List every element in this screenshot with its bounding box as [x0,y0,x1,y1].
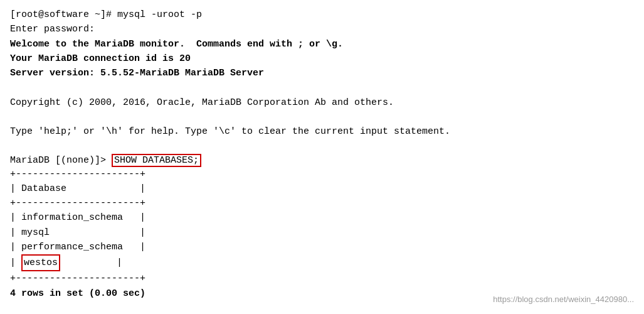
blank2 [10,110,634,124]
table-row-perf-schema: | performance_schema | [10,240,634,254]
type-line: Type 'help;' or '\h' for help. Type '\c'… [10,124,634,139]
terminal-window: [root@software ~]# mysql -uroot -p Enter… [0,0,644,314]
watermark: https://blog.csdn.net/weixin_4420980... [493,295,634,304]
cmd-line: [root@software ~]# mysql -uroot -p [10,8,634,22]
blank1 [10,80,634,95]
table-header: | Database | [10,181,634,196]
prompt-text: MariaDB [(none)]> [10,155,112,166]
table-row-mysql: | mysql | [10,225,634,240]
connection-line: Your MariaDB connection id is 20 [10,51,634,66]
table-row-westos: | westos | [10,254,634,271]
blank3 [10,139,634,153]
password-line: Enter password: [10,22,634,36]
westos-highlighted: westos [21,254,60,271]
table-separator-bottom: +----------------------+ [10,271,634,286]
table-row-info-schema: | information_schema | [10,210,634,225]
table-separator-after-header: +----------------------+ [10,196,634,210]
prompt-line: MariaDB [(none)]> SHOW DATABASES; [10,154,634,167]
pipe-prefix: | [10,256,21,270]
show-databases-command: SHOW DATABASES; [112,154,201,167]
pipe-suffix: | [60,256,122,270]
version-line: Server version: 5.5.52-MariaDB MariaDB S… [10,66,634,80]
welcome-line: Welcome to the MariaDB monitor. Commands… [10,37,634,51]
table-separator-top: +----------------------+ [10,167,634,181]
copyright-line: Copyright (c) 2000, 2016, Oracle, MariaD… [10,95,634,110]
